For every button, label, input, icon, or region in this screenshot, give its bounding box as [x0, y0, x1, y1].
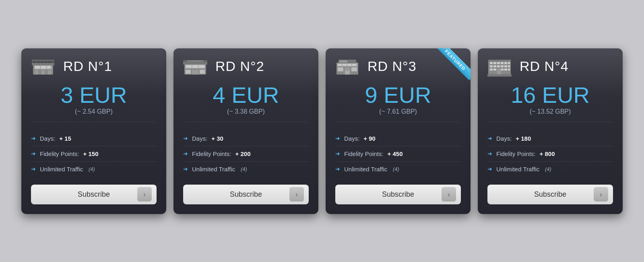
arrow-icon: ➜ [335, 150, 340, 157]
arrow-icon: ➜ [487, 135, 492, 141]
svg-rect-47 [508, 62, 510, 64]
feature-label: Fidelity Points: [344, 150, 384, 157]
subscribe-button[interactable]: Subscribe › [487, 185, 613, 204]
card-icon-building [487, 56, 513, 77]
subscribe-label: Subscribe [230, 190, 262, 199]
feature-item-0: ➜ Days: + 30 [183, 131, 309, 146]
svg-rect-49 [493, 65, 496, 67]
svg-rect-48 [490, 65, 493, 67]
feature-item-2: ➜ Unlimited Traffic (4) [487, 162, 613, 177]
svg-rect-57 [504, 69, 507, 71]
svg-rect-56 [501, 69, 504, 71]
svg-rect-51 [501, 65, 504, 67]
card-title: RD N°1 [63, 58, 112, 74]
svg-rect-54 [490, 69, 493, 71]
pricing-card-rd1: RD N°1 3 EUR (~ 2.54 GBP) ➜ Days: + 15 ➜… [21, 48, 166, 214]
svg-rect-21 [199, 65, 204, 68]
feature-label: Unlimited Traffic [192, 166, 235, 173]
feature-item-0: ➜ Days: + 180 [487, 131, 613, 146]
svg-rect-46 [504, 62, 507, 64]
feature-item-1: ➜ Fidelity Points: + 800 [487, 146, 613, 162]
price-sub: (~ 7.61 GBP) [335, 108, 461, 115]
svg-rect-20 [192, 65, 198, 68]
arrow-icon: ➜ [31, 135, 36, 141]
arrow-icon: ➜ [487, 166, 492, 172]
card-header: RD N°1 [31, 56, 157, 77]
svg-rect-53 [508, 65, 510, 67]
features-list: ➜ Days: + 90 ➜ Fidelity Points: + 450 ➜ … [335, 131, 461, 177]
card-icon-store [335, 56, 361, 77]
arrow-icon: ➜ [31, 166, 36, 172]
feature-label: Days: [344, 135, 359, 142]
card-title: RD N°2 [215, 58, 264, 74]
feature-note: (4) [239, 166, 247, 172]
price-section: 4 EUR (~ 3.38 GBP) [183, 84, 309, 122]
price-section: 3 EUR (~ 2.54 GBP) [31, 84, 157, 122]
feature-label: Fidelity Points: [496, 150, 536, 157]
svg-rect-52 [504, 65, 507, 67]
feature-item-1: ➜ Fidelity Points: + 450 [335, 146, 461, 162]
features-list: ➜ Days: + 30 ➜ Fidelity Points: + 200 ➜ … [183, 131, 309, 177]
features-list: ➜ Days: + 180 ➜ Fidelity Points: + 800 ➜… [487, 131, 613, 177]
feature-item-2: ➜ Unlimited Traffic (4) [335, 162, 461, 177]
svg-rect-5 [32, 63, 54, 65]
svg-rect-41 [488, 60, 511, 61]
subscribe-button[interactable]: Subscribe › [31, 185, 157, 204]
feature-value: + 450 [388, 150, 403, 157]
price-main: 4 EUR [183, 84, 309, 106]
svg-rect-8 [48, 70, 51, 75]
feature-item-1: ➜ Fidelity Points: + 150 [31, 146, 157, 162]
feature-value: + 15 [59, 135, 71, 142]
svg-rect-43 [493, 62, 496, 64]
card-title: RD N°3 [367, 58, 417, 74]
price-section: 16 EUR (~ 13.52 GBP) [487, 84, 613, 122]
price-section: 9 EUR (~ 7.61 GBP) [335, 84, 461, 122]
svg-rect-35 [352, 64, 356, 66]
svg-rect-7 [41, 70, 45, 75]
arrow-icon: ➜ [335, 166, 340, 172]
feature-value: + 150 [83, 150, 99, 157]
featured-ribbon [430, 48, 471, 89]
svg-rect-34 [347, 64, 351, 66]
feature-label: Unlimited Traffic [344, 166, 387, 173]
subscribe-label: Subscribe [382, 190, 414, 199]
feature-label: Days: [496, 135, 512, 142]
svg-rect-58 [508, 69, 510, 71]
pricing-card-rd2: RD N°2 4 EUR (~ 3.38 GBP) ➜ Days: + 30 ➜… [173, 48, 318, 214]
subscribe-arrow-icon: › [289, 187, 304, 202]
svg-rect-39 [345, 71, 349, 75]
svg-rect-42 [490, 62, 493, 64]
feature-label: Fidelity Points: [192, 150, 231, 157]
svg-rect-44 [497, 62, 500, 64]
card-icon-shop [183, 56, 209, 77]
subscribe-button[interactable]: Subscribe › [335, 185, 461, 204]
feature-item-0: ➜ Days: + 15 [31, 131, 157, 146]
svg-rect-16 [32, 60, 54, 61]
arrow-icon: ➜ [183, 150, 188, 157]
svg-rect-55 [493, 69, 496, 71]
subscribe-button[interactable]: Subscribe › [183, 185, 309, 204]
svg-rect-24 [200, 70, 205, 74]
price-main: 3 EUR [31, 84, 157, 106]
feature-note: (4) [543, 166, 551, 172]
feature-item-0: ➜ Days: + 90 [335, 131, 461, 146]
arrow-icon: ➜ [487, 150, 492, 157]
features-list: ➜ Days: + 15 ➜ Fidelity Points: + 150 ➜ … [31, 131, 157, 177]
svg-rect-25 [183, 62, 207, 64]
arrow-icon: ➜ [183, 166, 188, 172]
feature-item-2: ➜ Unlimited Traffic (4) [31, 162, 157, 177]
svg-rect-38 [351, 67, 357, 71]
card-header: RD N°2 [183, 56, 309, 77]
svg-rect-4 [47, 66, 50, 69]
feature-value: + 800 [540, 150, 555, 157]
svg-rect-23 [186, 70, 191, 74]
feature-value: + 90 [363, 135, 376, 142]
svg-rect-6 [35, 70, 38, 75]
arrow-icon: ➜ [335, 135, 340, 141]
svg-rect-32 [338, 64, 342, 66]
card-icon-kiosk [31, 56, 57, 77]
card-title: RD N°4 [520, 58, 569, 74]
svg-rect-22 [192, 70, 198, 75]
price-sub: (~ 13.52 GBP) [487, 108, 613, 115]
feature-label: Days: [192, 135, 207, 142]
